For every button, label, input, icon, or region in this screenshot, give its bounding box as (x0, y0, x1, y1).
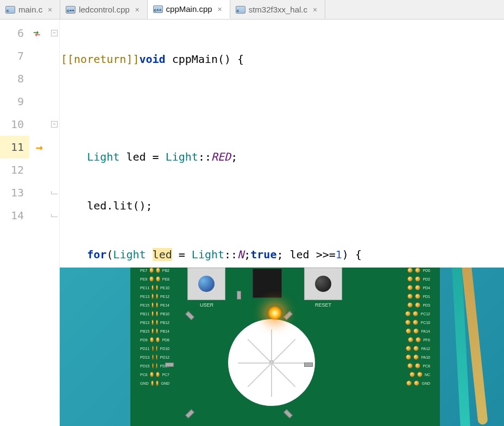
line-number: 6 (0, 22, 29, 44)
marker-gutter: → (29, 20, 49, 426)
line-number: 11 (0, 136, 29, 158)
line-number: 14 (0, 204, 29, 227)
code-editor[interactable]: 6 7 8 9 10 11 12 13 14 → − − [[noreturn]… (0, 20, 504, 426)
fold-toggle[interactable]: − (49, 113, 59, 136)
fold-end[interactable] (49, 181, 59, 204)
close-icon[interactable]: × (216, 5, 224, 14)
execution-pointer-icon: → (35, 141, 42, 154)
fold-gutter: − − (49, 20, 60, 426)
close-icon[interactable]: × (46, 5, 54, 14)
close-icon[interactable]: × (133, 5, 142, 14)
pin-header-right: PD0PD2PD4PD1PD3PC12PC10PA14PF6PA12PA10PC… (401, 268, 430, 386)
code-line[interactable]: Light led = Light::RED; (60, 145, 504, 168)
c-file-icon: c (5, 6, 15, 14)
code-area[interactable]: [[noreturn]]void cppMain() { Light led =… (60, 20, 504, 426)
tab-ledcontrol[interactable]: c++ ledcontrol.cpp × (60, 0, 147, 19)
code-line[interactable]: led.lit(); (60, 194, 504, 217)
line-number: 8 (0, 67, 29, 90)
tab-label: stm32f3xx_hal.c (249, 5, 307, 14)
tab-main-c[interactable]: c main.c × (0, 0, 60, 19)
mems-chip (253, 269, 282, 298)
stm32-discovery-board: PE7PB2PE9PE8PE11PE10PE13PE12PE15PE14PB11… (130, 268, 440, 426)
cpp-file-icon: c++ (153, 5, 163, 13)
reset-button (304, 268, 342, 300)
editor-tabs: c main.c × c++ ledcontrol.cpp × c++ cppM… (0, 0, 504, 20)
change-marker-icon (33, 27, 45, 39)
user-button-label: USER (200, 302, 213, 308)
line-number: 10 (0, 113, 29, 136)
code-line[interactable] (60, 97, 504, 119)
code-line[interactable]: for(Light led = Light::N;true; led >>=1)… (60, 243, 504, 266)
reset-button-label: RESET (315, 302, 331, 308)
cpp-file-icon: c++ (66, 6, 75, 14)
line-number: 12 (0, 158, 29, 181)
tab-cppmain[interactable]: c++ cppMain.cpp × (148, 0, 230, 19)
fold-toggle[interactable]: − (49, 22, 59, 44)
tab-label: ledcontrol.cpp (79, 5, 129, 14)
line-number: 13 (0, 181, 29, 204)
fold-end[interactable] (49, 204, 59, 227)
tab-label: main.c (18, 5, 42, 14)
user-button (187, 268, 225, 300)
tab-label: cppMain.cpp (166, 4, 212, 14)
hardware-photo: PE7PB2PE9PE8PE11PE10PE13PE12PE15PE14PB11… (60, 268, 504, 426)
code-line[interactable]: [[noreturn]]void cppMain() { (60, 48, 504, 71)
c-file-icon: c (236, 6, 245, 14)
pin-header-left: PE7PB2PE9PE8PE11PE10PE13PE12PE15PE14PB11… (140, 268, 169, 386)
led-compass-ring (228, 319, 315, 406)
tab-stm32hal[interactable]: c stm32f3xx_hal.c × (230, 0, 325, 19)
led-lit-indicator (267, 306, 282, 321)
line-number: 7 (0, 44, 29, 67)
line-number: 9 (0, 90, 29, 113)
line-number-gutter: 6 7 8 9 10 11 12 13 14 (0, 20, 29, 426)
close-icon[interactable]: × (311, 5, 319, 14)
